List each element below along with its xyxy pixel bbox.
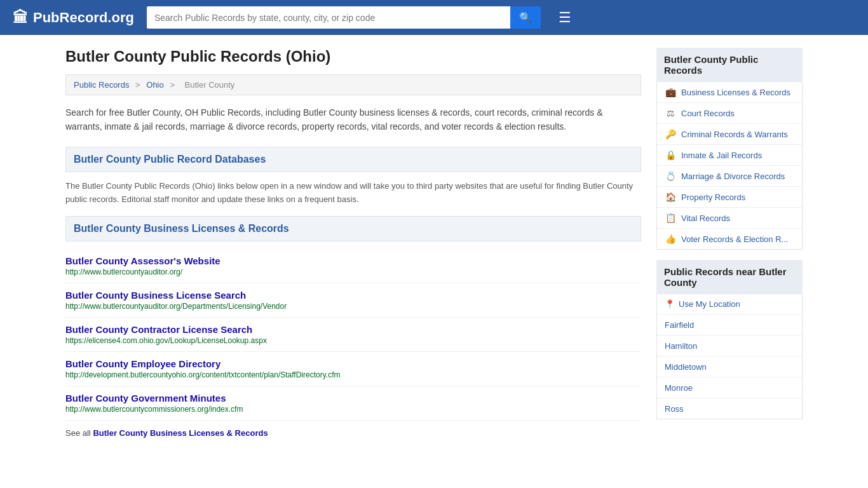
databases-sub-description: The Butler County Public Records (Ohio) … (65, 180, 641, 207)
sidebar-link-voter[interactable]: 👍 Voter Records & Election R... (657, 229, 802, 249)
nearby-city-middletown: Middletown (657, 356, 802, 377)
sidebar-label-voter: Voter Records & Election R... (681, 234, 788, 244)
record-title-3[interactable]: Butler County Employee Directory (65, 358, 220, 369)
record-title-4[interactable]: Butler County Government Minutes (65, 393, 226, 403)
page-title: Butler County Public Records (Ohio) (65, 48, 641, 65)
sidebar-item-business: 💼 Business Licenses & Records (657, 82, 802, 103)
sidebar-link-marriage[interactable]: 💍 Marriage & Divorce Records (657, 166, 802, 186)
sidebar-label-vital: Vital Records (681, 214, 730, 223)
breadcrumb-current: Butler County (185, 80, 235, 90)
breadcrumb-link-ohio[interactable]: Ohio (146, 80, 163, 90)
menu-icon: ☰ (559, 10, 571, 25)
sidebar-item-inmate: 🔒 Inmate & Jail Records (657, 145, 802, 166)
site-logo[interactable]: 🏛 PubRecord.org (13, 9, 134, 27)
databases-section-header: Butler County Public Record Databases (65, 147, 641, 172)
nearby-city-monroe: Monroe (657, 377, 802, 398)
business-section-header: Butler County Business Licenses & Record… (65, 216, 641, 241)
sidebar-label-property: Property Records (681, 193, 745, 202)
record-entry-2: Butler County Contractor License Search … (65, 318, 641, 352)
sidebar-label-marriage: Marriage & Divorce Records (681, 172, 785, 181)
property-icon: 🏠 (665, 192, 676, 202)
marriage-icon: 💍 (665, 171, 676, 181)
nearby-link-monroe[interactable]: Monroe (665, 383, 693, 393)
record-url-2: https://elicense4.com.ohio.gov/Lookup/Li… (65, 336, 641, 345)
sidebar-link-court[interactable]: ⚖ Court Records (657, 103, 802, 123)
record-title-1[interactable]: Butler County Business License Search (65, 290, 246, 301)
see-all-text: See all Butler County Business Licenses … (65, 428, 641, 438)
sidebar-link-property[interactable]: 🏠 Property Records (657, 187, 802, 207)
sidebar-item-court: ⚖ Court Records (657, 103, 802, 124)
use-location-label: Use My Location (679, 299, 740, 309)
see-all-prefix: See all (65, 428, 91, 438)
record-list: Butler County Assessor's Website http://… (65, 249, 641, 421)
inmate-icon: 🔒 (665, 150, 676, 160)
breadcrumb-sep-1: > (135, 80, 142, 90)
nearby-city-ross: Ross (657, 398, 802, 419)
see-all-link[interactable]: Butler County Business Licenses & Record… (93, 428, 268, 438)
sidebar-link-business[interactable]: 💼 Business Licenses & Records (657, 82, 802, 102)
search-button[interactable]: 🔍 (510, 6, 541, 29)
nearby-link-hamilton[interactable]: Hamilton (665, 341, 697, 351)
search-input[interactable] (147, 6, 510, 29)
page-description: Search for free Butler County, OH Public… (65, 105, 641, 134)
court-icon: ⚖ (665, 108, 676, 118)
main-content: Butler County Public Records (Ohio) Publ… (65, 48, 641, 438)
sidebar-link-criminal[interactable]: 🔑 Criminal Records & Warrants (657, 124, 802, 144)
menu-button[interactable]: ☰ (553, 7, 576, 29)
sidebar-public-records-section: Butler County Public Records 💼 Business … (656, 48, 803, 250)
use-location-button[interactable]: 📍 Use My Location (665, 299, 794, 309)
record-title-2[interactable]: Butler County Contractor License Search (65, 324, 252, 335)
sidebar-link-vital[interactable]: 📋 Vital Records (657, 208, 802, 228)
sidebar-label-inmate: Inmate & Jail Records (681, 151, 762, 160)
search-icon: 🔍 (519, 12, 532, 23)
business-icon: 💼 (665, 87, 676, 97)
sidebar-label-court: Court Records (681, 109, 735, 118)
sidebar-label-criminal: Criminal Records & Warrants (681, 130, 788, 139)
nearby-city-hamilton: Hamilton (657, 336, 802, 356)
nearby-link-middletown[interactable]: Middletown (665, 362, 707, 372)
record-entry-3: Butler County Employee Directory http://… (65, 352, 641, 386)
main-container: Butler County Public Records (Ohio) Publ… (53, 35, 815, 451)
sidebar-label-business: Business Licenses & Records (681, 88, 790, 97)
sidebar-nearby-heading: Public Records near Butler County (656, 260, 803, 294)
breadcrumb-sep-2: > (170, 80, 177, 90)
sidebar-category-list: 💼 Business Licenses & Records ⚖ Court Re… (656, 82, 803, 250)
location-icon: 📍 (665, 299, 675, 309)
logo-text: PubRecord.org (33, 10, 134, 26)
vital-icon: 📋 (665, 213, 676, 223)
nearby-use-location: 📍 Use My Location (657, 294, 802, 315)
sidebar-link-inmate[interactable]: 🔒 Inmate & Jail Records (657, 145, 802, 165)
sidebar-item-criminal: 🔑 Criminal Records & Warrants (657, 124, 802, 145)
record-url-4: http://www.butlercountycommissioners.org… (65, 405, 641, 414)
record-entry-0: Butler County Assessor's Website http://… (65, 249, 641, 283)
record-entry-1: Butler County Business License Search ht… (65, 283, 641, 318)
record-entry-4: Butler County Government Minutes http://… (65, 386, 641, 421)
nearby-city-fairfield: Fairfield (657, 315, 802, 336)
nearby-link-ross[interactable]: Ross (665, 404, 684, 414)
sidebar-item-property: 🏠 Property Records (657, 187, 802, 208)
record-url-1: http://www.butlercountyauditor.org/Depar… (65, 302, 641, 311)
voter-icon: 👍 (665, 234, 676, 244)
nearby-link-fairfield[interactable]: Fairfield (665, 320, 694, 330)
record-url-0: http://www.butlercountyauditor.org/ (65, 268, 641, 276)
sidebar-item-marriage: 💍 Marriage & Divorce Records (657, 166, 802, 187)
sidebar-item-voter: 👍 Voter Records & Election R... (657, 229, 802, 249)
search-bar: 🔍 (147, 6, 541, 29)
logo-icon: 🏛 (13, 9, 28, 27)
sidebar-public-records-heading: Butler County Public Records (656, 48, 803, 82)
site-header: 🏛 PubRecord.org 🔍 ☰ (0, 0, 868, 35)
record-url-3: http://development.butlercountyohio.org/… (65, 370, 641, 379)
sidebar-nearby-section: Public Records near Butler County 📍 Use … (656, 260, 803, 419)
sidebar: Butler County Public Records 💼 Business … (656, 48, 803, 438)
criminal-icon: 🔑 (665, 129, 676, 139)
sidebar-item-vital: 📋 Vital Records (657, 208, 802, 229)
record-title-0[interactable]: Butler County Assessor's Website (65, 255, 220, 266)
breadcrumb: Public Records > Ohio > Butler County (65, 74, 641, 95)
breadcrumb-link-public-records[interactable]: Public Records (74, 80, 129, 90)
nearby-city-list: 📍 Use My Location Fairfield Hamilton Mid… (656, 294, 803, 419)
